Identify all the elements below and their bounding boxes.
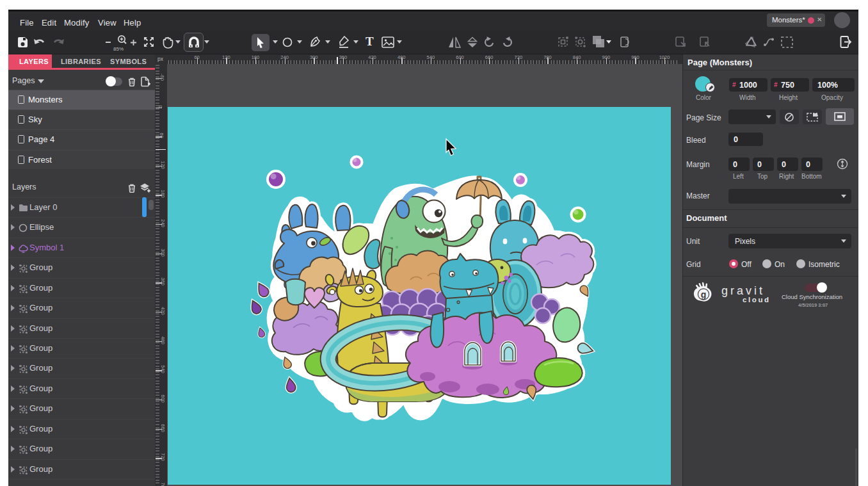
svg-text:g: g [701,289,707,300]
